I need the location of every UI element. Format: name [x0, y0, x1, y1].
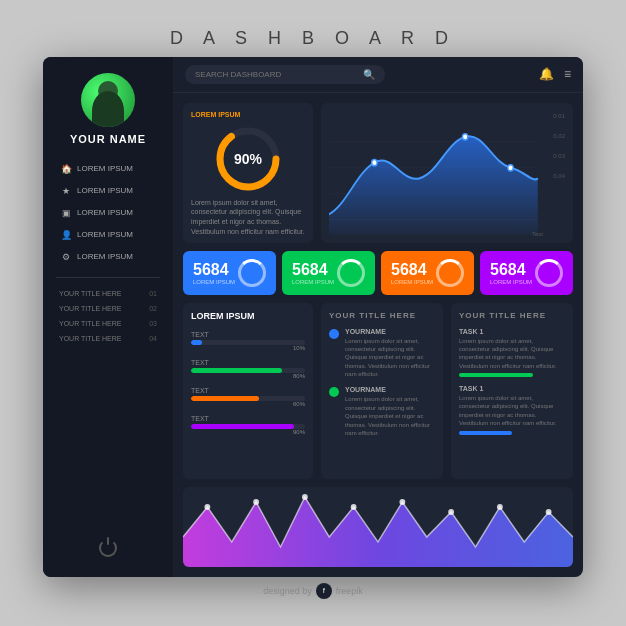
title-card-1-item-1: YOURNAME Lorem ipsum dolor sit amet, con… [329, 386, 435, 437]
svg-point-13 [351, 504, 357, 510]
title-card-1-content-1: YOURNAME Lorem ipsum dolor sit amet, con… [345, 386, 435, 437]
title-card-2-task-text-1: Lorem ipsum dolor sit amet, consectetur … [459, 394, 565, 428]
title-card-2-content-0: TASK 1 Lorem ipsum dolor sit amet, conse… [459, 328, 565, 378]
donut-description: Lorem ipsum dolor sit amet, consectetur … [191, 198, 305, 237]
sidebar-item-label-2: LOREM IPSUM [77, 208, 133, 217]
title-card-2-task-label-1: TASK 1 [459, 385, 565, 392]
stat-circle-3 [535, 259, 563, 287]
title-card-2-header: YOUR TITLE HERE [459, 311, 565, 320]
content-area: LOREM IPSUM 90% Lorem ipsum dolor sit am… [173, 93, 583, 577]
svg-point-7 [372, 159, 377, 165]
donut-label: LOREM IPSUM [191, 111, 305, 118]
stat-number-0: 5684 [193, 261, 235, 279]
title-card-1-text-0: Lorem ipsum dolor sit amet, consectetur … [345, 337, 435, 379]
svg-point-16 [497, 504, 503, 510]
area-chart-row [183, 487, 573, 567]
sidebar-list-item-3[interactable]: YOUR TITLE HERE 04 [51, 331, 165, 346]
title-card-2-task-label-0: TASK 1 [459, 328, 565, 335]
chart-y-labels: 0.01 0.02 0.03 0.04 [553, 113, 565, 179]
sidebar-list-label-0: YOUR TITLE HERE [59, 290, 122, 297]
y-label-1: 0.02 [553, 133, 565, 139]
sidebar-divider [56, 277, 160, 278]
sidebar: YOUR NAME 🏠 LOREM IPSUM ★ LOREM IPSUM ▣ … [43, 57, 173, 577]
grid-icon: ▣ [61, 208, 71, 218]
sidebar-list-item-0[interactable]: YOUR TITLE HERE 01 [51, 286, 165, 301]
settings-icon: ⚙ [61, 252, 71, 262]
progress-label-2: TEXT [191, 387, 305, 394]
donut-chart: 90% [213, 124, 283, 194]
line-chart-card: 0.01 0.02 0.03 0.04 Text [321, 103, 573, 243]
sidebar-item-3[interactable]: 👤 LOREM IPSUM [53, 225, 163, 245]
title-card-1-item-label-0: YOURNAME [345, 328, 435, 335]
stats-row: 5684 LOREM IPSUM 5684 LOREM IPSUM 5684 [183, 251, 573, 295]
svg-text:90%: 90% [234, 151, 263, 167]
footer-brand: freepik [336, 586, 363, 596]
sidebar-item-label-4: LOREM IPSUM [77, 252, 133, 261]
sidebar-item-1[interactable]: ★ LOREM IPSUM [53, 181, 163, 201]
footer: designed by f freepik [263, 577, 363, 599]
progress-pct-0: 10% [191, 345, 305, 351]
power-button[interactable] [99, 539, 117, 557]
notification-icon[interactable]: 🔔 [539, 67, 554, 81]
sidebar-list-num-1: 02 [149, 305, 157, 312]
donut-center: 90% [191, 124, 305, 194]
title-card-2-task-text-0: Lorem ipsum dolor sit amet, consectetur … [459, 337, 565, 371]
search-input[interactable] [195, 70, 357, 79]
svg-point-10 [204, 504, 210, 510]
footer-logo: designed by f freepik [263, 583, 363, 599]
freepik-icon: f [316, 583, 332, 599]
sidebar-item-4[interactable]: ⚙ LOREM IPSUM [53, 247, 163, 267]
y-label-2: 0.03 [553, 153, 565, 159]
star-icon: ★ [61, 186, 71, 196]
stat-card-0: 5684 LOREM IPSUM [183, 251, 276, 295]
progress-pct-3: 90% [191, 429, 305, 435]
y-label-0: 0.01 [553, 113, 565, 119]
progress-card: LOREM IPSUM TEXT 10% TEXT 80% [183, 303, 313, 479]
progress-pct-2: 60% [191, 401, 305, 407]
stat-circle-1 [337, 259, 365, 287]
avatar [81, 73, 135, 127]
search-icon: 🔍 [363, 69, 375, 80]
task-bar-1 [459, 431, 512, 435]
svg-point-8 [462, 133, 467, 139]
bottom-section: LOREM IPSUM TEXT 10% TEXT 80% [183, 303, 573, 479]
stat-card-2: 5684 LOREM IPSUM [381, 251, 474, 295]
sidebar-list-num-3: 04 [149, 335, 157, 342]
sidebar-list-num-0: 01 [149, 290, 157, 297]
area-chart-svg [183, 487, 573, 567]
search-bar[interactable]: 🔍 [185, 65, 385, 84]
sidebar-list-label-2: YOUR TITLE HERE [59, 320, 122, 327]
dashboard-container: YOUR NAME 🏠 LOREM IPSUM ★ LOREM IPSUM ▣ … [43, 57, 583, 577]
sidebar-item-2[interactable]: ▣ LOREM IPSUM [53, 203, 163, 223]
sidebar-list-label-3: YOUR TITLE HERE [59, 335, 122, 342]
progress-label-1: TEXT [191, 359, 305, 366]
title-card-1-dot-0 [329, 329, 339, 339]
stat-number-1: 5684 [292, 261, 334, 279]
sidebar-nav: 🏠 LOREM IPSUM ★ LOREM IPSUM ▣ LOREM IPSU… [43, 159, 173, 269]
svg-point-15 [448, 509, 454, 515]
title-card-1-text-1: Lorem ipsum dolor sit amet, consectetur … [345, 395, 435, 437]
title-card-1-content-0: YOURNAME Lorem ipsum dolor sit amet, con… [345, 328, 435, 379]
progress-item-2: TEXT 60% [191, 387, 305, 407]
sidebar-list-item-2[interactable]: YOUR TITLE HERE 03 [51, 316, 165, 331]
stat-number-2: 5684 [391, 261, 433, 279]
stat-card-1: 5684 LOREM IPSUM [282, 251, 375, 295]
page-title: D A S H B O A R D [170, 28, 456, 49]
sidebar-list-label-1: YOUR TITLE HERE [59, 305, 122, 312]
sidebar-item-0[interactable]: 🏠 LOREM IPSUM [53, 159, 163, 179]
progress-title: LOREM IPSUM [191, 311, 305, 321]
sidebar-bottom [99, 539, 117, 567]
title-card-2: YOUR TITLE HERE TASK 1 Lorem ipsum dolor… [451, 303, 573, 479]
sidebar-list-item-1[interactable]: YOUR TITLE HERE 02 [51, 301, 165, 316]
stat-circle-2 [436, 259, 464, 287]
stat-label-0: LOREM IPSUM [193, 279, 235, 285]
title-card-1-dot-1 [329, 387, 339, 397]
title-card-2-task-1: TASK 1 Lorem ipsum dolor sit amet, conse… [459, 385, 565, 435]
sidebar-list-num-2: 03 [149, 320, 157, 327]
task-bar-0 [459, 373, 533, 377]
svg-point-17 [546, 509, 552, 515]
stat-circle-0 [238, 259, 266, 287]
footer-text: designed by [263, 586, 312, 596]
menu-icon[interactable]: ≡ [564, 67, 571, 81]
stat-label-1: LOREM IPSUM [292, 279, 334, 285]
